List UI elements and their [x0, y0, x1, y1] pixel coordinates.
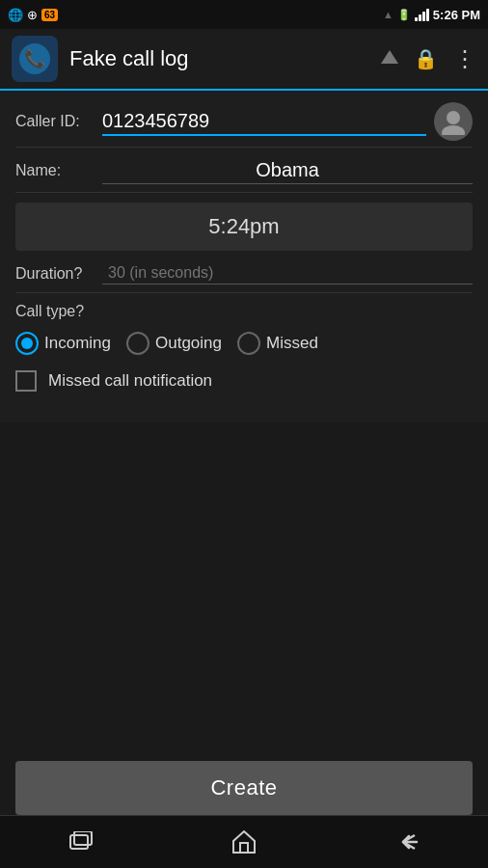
- notification-checkbox[interactable]: [15, 370, 37, 392]
- name-input[interactable]: [102, 157, 473, 184]
- svg-text:📞: 📞: [24, 48, 46, 69]
- notification-badge: 63: [41, 9, 58, 21]
- caller-id-input[interactable]: [102, 108, 426, 136]
- status-right: ▲ 🔋 5:26 PM: [383, 8, 480, 22]
- notification-label: Missed call notification: [48, 371, 212, 391]
- svg-rect-8: [240, 843, 248, 853]
- call-type-label: Call type?: [15, 303, 473, 320]
- radio-incoming-dot: [21, 338, 33, 349]
- radio-incoming-circle: [15, 332, 39, 355]
- radio-outgoing-circle: [126, 332, 149, 355]
- svg-rect-6: [74, 831, 92, 845]
- form-content: Caller ID: Name: 5:24pm Duration? Call t…: [0, 91, 488, 422]
- lock-icon[interactable]: 🔒: [414, 47, 438, 70]
- battery-icon: 🔋: [397, 9, 411, 21]
- name-row: Name:: [15, 157, 473, 193]
- caller-id-label: Caller ID:: [15, 113, 102, 130]
- svg-marker-2: [381, 50, 398, 64]
- overflow-menu-icon[interactable]: ⋮: [453, 45, 476, 72]
- radio-outgoing[interactable]: Outgoing: [126, 332, 222, 355]
- duration-label: Duration?: [15, 265, 102, 283]
- globe-icon: 🌐: [8, 8, 23, 22]
- radio-missed[interactable]: Missed: [237, 332, 318, 355]
- avatar: [434, 102, 473, 141]
- name-label: Name:: [15, 162, 102, 179]
- time-picker[interactable]: 5:24pm: [15, 203, 473, 251]
- create-button-container: Create: [15, 761, 473, 815]
- app-bar: 📞 Fake call log 🔒 ⋮: [0, 29, 488, 91]
- create-button[interactable]: Create: [15, 761, 473, 815]
- radio-incoming-label: Incoming: [44, 334, 111, 353]
- nav-recent-apps[interactable]: [52, 823, 110, 861]
- duration-input[interactable]: [102, 262, 473, 285]
- app-bar-actions: 🔒 ⋮: [381, 45, 476, 72]
- status-icons: 🌐 ⊕ 63: [8, 8, 58, 22]
- caller-id-row: Caller ID:: [15, 102, 473, 148]
- radio-outgoing-label: Outgoing: [155, 334, 222, 353]
- signal-icon[interactable]: [381, 48, 398, 70]
- radio-incoming[interactable]: Incoming: [15, 332, 111, 355]
- time-value: 5:24pm: [208, 214, 279, 239]
- wifi-icon: ⊕: [27, 8, 38, 22]
- nav-back[interactable]: [378, 823, 436, 861]
- nav-bar: [0, 815, 488, 868]
- signal-bars: [415, 8, 429, 21]
- app-title: Fake call log: [69, 46, 381, 71]
- signal-off-icon: ▲: [383, 9, 393, 20]
- nav-home[interactable]: [215, 823, 273, 861]
- radio-group: Incoming Outgoing Missed: [15, 332, 473, 355]
- radio-missed-label: Missed: [266, 334, 318, 353]
- svg-rect-5: [70, 835, 88, 849]
- notification-row: Missed call notification: [15, 370, 473, 392]
- status-bar: 🌐 ⊕ 63 ▲ 🔋 5:26 PM: [0, 0, 488, 29]
- svg-point-3: [447, 111, 460, 124]
- app-icon: 📞: [12, 36, 58, 82]
- radio-missed-circle: [237, 332, 260, 355]
- clock: 5:26 PM: [433, 8, 480, 22]
- duration-row: Duration?: [15, 262, 473, 293]
- svg-point-4: [442, 125, 465, 135]
